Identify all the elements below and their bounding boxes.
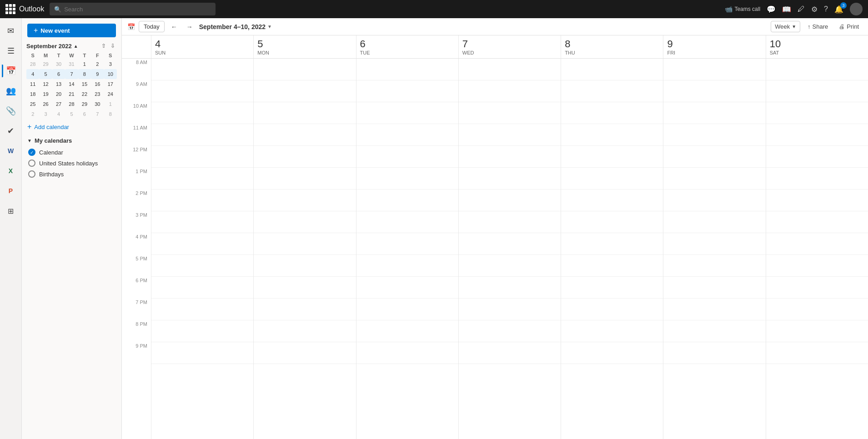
time-cell[interactable] [459, 190, 561, 211]
mini-cal-day[interactable]: 22 [78, 89, 91, 99]
mini-cal-day[interactable]: 12 [39, 79, 52, 89]
mini-cal-title[interactable]: September 2022 ▲ [26, 43, 78, 50]
time-cell[interactable] [663, 255, 765, 277]
mini-cal-day[interactable]: 27 [52, 99, 65, 109]
time-cell[interactable] [459, 80, 561, 102]
time-cell[interactable] [254, 342, 356, 364]
sidebar-item-collapse[interactable]: ☰ [2, 42, 20, 60]
time-cell[interactable] [663, 124, 765, 146]
date-range[interactable]: September 4–10, 2022 ▼ [199, 23, 272, 30]
time-cell[interactable] [766, 190, 868, 211]
time-cell[interactable] [254, 255, 356, 277]
mini-cal-day[interactable]: 31 [65, 59, 78, 69]
settings-icon[interactable]: ⚙ [811, 5, 818, 14]
time-cell[interactable] [459, 299, 561, 320]
my-calendars-header[interactable]: ▼ My calendars [22, 135, 121, 147]
mini-cal-day[interactable]: 6 [78, 109, 91, 119]
time-cell[interactable] [356, 190, 458, 211]
time-cell[interactable] [254, 299, 356, 320]
next-week-button[interactable]: → [184, 21, 196, 32]
calendar-item[interactable]: Birthdays [22, 169, 121, 180]
mini-cal-day[interactable]: 8 [104, 109, 117, 119]
mini-cal-day[interactable]: 17 [104, 79, 117, 89]
time-cell[interactable] [151, 102, 253, 124]
time-cell[interactable] [663, 320, 765, 342]
time-cell[interactable] [254, 233, 356, 255]
mini-cal-prev[interactable]: ⇧ [100, 42, 108, 50]
time-cell[interactable] [561, 59, 663, 80]
time-cell[interactable] [459, 102, 561, 124]
time-cell[interactable] [663, 168, 765, 190]
mini-cal-day[interactable]: 7 [65, 69, 78, 79]
time-cell[interactable] [561, 342, 663, 364]
mini-cal-day[interactable]: 20 [52, 89, 65, 99]
mini-cal-day[interactable]: 5 [39, 69, 52, 79]
time-cell[interactable] [766, 146, 868, 168]
time-cell[interactable] [356, 299, 458, 320]
time-cell[interactable] [561, 168, 663, 190]
sidebar-item-calendar[interactable]: 📅 [2, 62, 20, 80]
mini-cal-day[interactable]: 7 [91, 109, 104, 119]
time-cell[interactable] [663, 80, 765, 102]
time-cell[interactable] [151, 168, 253, 190]
mini-cal-day[interactable]: 16 [91, 79, 104, 89]
sidebar-item-mail[interactable]: ✉ [2, 22, 20, 40]
share-button[interactable]: ↑ Share [804, 21, 832, 32]
mini-cal-day[interactable]: 8 [78, 69, 91, 79]
calendar-item[interactable]: United States holidays [22, 158, 121, 169]
time-cell[interactable] [254, 277, 356, 299]
teams-call-button[interactable]: 📹 Teams call [725, 5, 760, 13]
time-cell[interactable] [766, 80, 868, 102]
time-cell[interactable] [561, 80, 663, 102]
time-cell[interactable] [151, 233, 253, 255]
immersive-reader-icon[interactable]: 📖 [782, 5, 791, 14]
time-cell[interactable] [151, 146, 253, 168]
time-cell[interactable] [356, 59, 458, 80]
time-cell[interactable] [459, 277, 561, 299]
help-icon[interactable]: ? [824, 5, 828, 13]
time-cell[interactable] [766, 59, 868, 80]
mini-cal-next[interactable]: ⇩ [109, 42, 117, 50]
sidebar-item-attachments[interactable]: 📎 [2, 102, 20, 120]
time-cell[interactable] [254, 146, 356, 168]
time-cell[interactable] [561, 211, 663, 233]
time-cell[interactable] [561, 102, 663, 124]
mini-cal-day[interactable]: 13 [52, 79, 65, 89]
mini-cal-day[interactable]: 23 [91, 89, 104, 99]
time-cell[interactable] [663, 342, 765, 364]
time-cell[interactable] [151, 277, 253, 299]
search-input[interactable] [64, 6, 211, 13]
time-cell[interactable] [151, 320, 253, 342]
time-cell[interactable] [356, 168, 458, 190]
mini-cal-day[interactable]: 4 [52, 109, 65, 119]
mini-cal-day[interactable]: 11 [26, 79, 39, 89]
mini-cal-day[interactable]: 25 [26, 99, 39, 109]
mini-cal-day[interactable]: 2 [26, 109, 39, 119]
mini-cal-day[interactable]: 1 [78, 59, 91, 69]
time-cell[interactable] [766, 211, 868, 233]
time-cell[interactable] [254, 320, 356, 342]
sidebar-item-powerpoint[interactable]: P [2, 182, 20, 200]
mini-cal-day[interactable]: 29 [78, 99, 91, 109]
week-view-button[interactable]: Week ▼ [771, 21, 800, 32]
time-cell[interactable] [766, 124, 868, 146]
time-cell[interactable] [561, 233, 663, 255]
mini-cal-day[interactable]: 14 [65, 79, 78, 89]
mini-cal-day[interactable]: 30 [52, 59, 65, 69]
calendar-item[interactable]: Calendar [22, 147, 121, 158]
mini-cal-day[interactable]: 1 [104, 99, 117, 109]
mini-cal-day[interactable]: 21 [65, 89, 78, 99]
time-cell[interactable] [459, 211, 561, 233]
time-cell[interactable] [151, 59, 253, 80]
time-cell[interactable] [254, 59, 356, 80]
feedback-icon[interactable]: 💬 [767, 5, 776, 14]
time-cell[interactable] [151, 124, 253, 146]
time-cell[interactable] [663, 102, 765, 124]
time-cell[interactable] [151, 190, 253, 211]
add-calendar-button[interactable]: + Add calendar [22, 119, 121, 135]
time-cell[interactable] [459, 255, 561, 277]
time-cell[interactable] [151, 211, 253, 233]
mini-cal-day[interactable]: 24 [104, 89, 117, 99]
time-cell[interactable] [663, 233, 765, 255]
mini-cal-day[interactable]: 3 [104, 59, 117, 69]
